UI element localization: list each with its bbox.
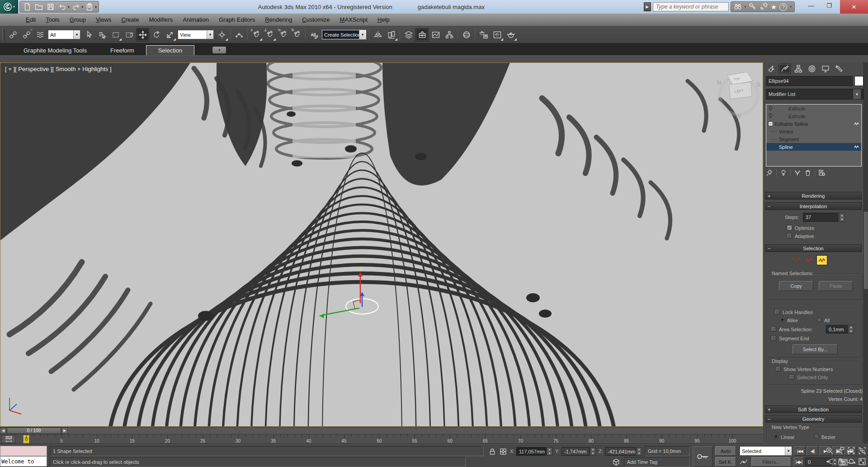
render-setup-icon[interactable] bbox=[477, 28, 490, 41]
lock-handles-checkbox[interactable] bbox=[774, 309, 780, 315]
add-time-tag[interactable]: Add Time Tag bbox=[624, 457, 690, 467]
graphite-modeling-tools-toggle-icon[interactable] bbox=[415, 28, 429, 41]
named-selection-sets-dropdown[interactable]: Create Selection S▾ bbox=[322, 30, 366, 39]
tab-create-icon[interactable] bbox=[765, 64, 777, 74]
snaps-toggle-icon[interactable]: 3◢ bbox=[250, 28, 263, 41]
alike-radio[interactable] bbox=[780, 317, 785, 322]
material-editor-icon[interactable] bbox=[460, 28, 473, 41]
key-mode-toggle[interactable]: |◀▶| bbox=[794, 457, 804, 467]
segment-end-checkbox[interactable] bbox=[771, 335, 776, 341]
project-toolbar-button[interactable] bbox=[84, 2, 95, 12]
open-mini-curve-editor-icon[interactable] bbox=[1, 435, 16, 443]
stack-item-extrude[interactable]: Extrude bbox=[766, 112, 861, 120]
area-selection-field[interactable]: 0,1mm bbox=[826, 325, 848, 334]
pin-stack-icon[interactable] bbox=[766, 169, 773, 176]
minimize-button[interactable]: — bbox=[802, 0, 820, 11]
modifier-list-dropdown[interactable]: Modifier List ▾ bbox=[766, 89, 863, 100]
tab-selection[interactable]: Selection bbox=[146, 45, 194, 55]
go-to-start-button[interactable]: |◀◀ bbox=[794, 446, 806, 456]
make-unique-icon[interactable] bbox=[794, 169, 801, 176]
menu-customize[interactable]: Customize bbox=[297, 14, 335, 26]
y-coordinate-field[interactable]: -1,747mm bbox=[561, 447, 590, 456]
stack-item-extrude[interactable]: Extrude bbox=[766, 105, 861, 112]
maxscript-mini-listener-macro[interactable] bbox=[0, 446, 47, 456]
schematic-view-icon[interactable] bbox=[443, 28, 456, 41]
select-and-move-icon[interactable] bbox=[136, 28, 149, 41]
help-icon[interactable]: ? bbox=[779, 3, 787, 11]
maxscript-mini-listener[interactable]: Welcome to bbox=[0, 456, 47, 467]
auto-key-button[interactable]: Auto bbox=[715, 446, 736, 456]
area-selection-checkbox[interactable] bbox=[771, 326, 776, 332]
absolute-mode-icon[interactable] bbox=[499, 448, 507, 456]
time-slider-handle[interactable]: 0 / 100 bbox=[7, 428, 61, 434]
tab-motion-icon[interactable] bbox=[806, 64, 818, 74]
tab-display-icon[interactable] bbox=[819, 64, 831, 74]
select-and-manipulate-icon[interactable] bbox=[232, 28, 245, 41]
menu-views[interactable]: Views bbox=[91, 14, 116, 26]
menu-modifiers[interactable]: Modifiers bbox=[144, 14, 178, 26]
menu-rendering[interactable]: Rendering bbox=[260, 14, 297, 26]
open-file-button[interactable] bbox=[33, 2, 44, 12]
search-icon[interactable] bbox=[734, 3, 742, 11]
menu-edit[interactable]: Edit bbox=[21, 14, 41, 26]
rollout-interpolation[interactable]: −Interpolation bbox=[765, 202, 862, 210]
bezier-radio[interactable] bbox=[814, 434, 819, 439]
rendered-frame-window-icon[interactable]: ◢ bbox=[491, 28, 504, 41]
tab-hierarchy-icon[interactable] bbox=[792, 64, 804, 74]
object-color-swatch[interactable] bbox=[854, 76, 863, 86]
menu-help[interactable]: Help bbox=[373, 14, 395, 26]
linear-radio[interactable] bbox=[774, 434, 778, 439]
redo-dropdown[interactable]: ▾ bbox=[81, 5, 83, 9]
rollout-geometry[interactable]: −Geometry bbox=[765, 415, 862, 423]
field-of-view-icon[interactable] bbox=[826, 457, 834, 466]
menu-maxscript[interactable]: MAXScript bbox=[335, 14, 373, 26]
selection-lock-icon[interactable] bbox=[488, 448, 496, 456]
new-scene-button[interactable] bbox=[22, 2, 33, 12]
x-coordinate-field[interactable]: 117,057mm bbox=[516, 447, 546, 456]
search-input[interactable]: Type a keyword or phrase bbox=[653, 2, 729, 11]
segment-subobject-icon[interactable] bbox=[804, 256, 814, 265]
favorites-star-icon[interactable]: ★ bbox=[770, 3, 777, 11]
key-filters-button[interactable]: Filters... bbox=[751, 457, 791, 467]
y-spinner[interactable]: ▲▼ bbox=[590, 447, 596, 456]
zoom-extents-all-icon[interactable] bbox=[858, 447, 866, 455]
default-tangent-icon[interactable] bbox=[740, 458, 748, 466]
window-crossing-icon[interactable] bbox=[123, 28, 136, 41]
save-file-button[interactable] bbox=[45, 2, 56, 12]
select-and-link-icon[interactable] bbox=[6, 28, 19, 41]
viewport-label[interactable]: [ + ][ Perspective ][ Smooth + Highlight… bbox=[5, 66, 112, 72]
selected-only-checkbox[interactable] bbox=[789, 374, 794, 380]
zoom-extents-icon[interactable] bbox=[847, 447, 855, 455]
rectangular-selection-region-icon[interactable]: ◢ bbox=[109, 28, 122, 41]
menu-create[interactable]: Create bbox=[116, 14, 144, 26]
infocenter-expand-button[interactable]: ▶ bbox=[644, 2, 651, 11]
ribbon-minimize-button[interactable]: ▼ bbox=[212, 47, 226, 53]
manage-layers-icon[interactable] bbox=[402, 28, 415, 41]
adaptive-checkbox[interactable] bbox=[787, 233, 792, 238]
use-pivot-point-center-icon[interactable]: ◢ bbox=[215, 28, 228, 41]
remove-modifier-icon[interactable] bbox=[804, 169, 811, 176]
stack-item-segment[interactable]: Segment bbox=[766, 135, 861, 143]
zoom-icon[interactable] bbox=[826, 447, 834, 455]
select-and-scale-icon[interactable]: ◢ bbox=[163, 28, 176, 41]
tab-utilities-icon[interactable] bbox=[833, 64, 845, 74]
show-end-result-icon[interactable] bbox=[780, 169, 787, 176]
angle-snap-toggle-icon[interactable]: ∠◢ bbox=[263, 28, 276, 41]
next-frame-arrow[interactable]: ▶ bbox=[61, 428, 68, 434]
set-key-button[interactable]: Set K. bbox=[715, 457, 736, 467]
mirror-icon[interactable] bbox=[371, 28, 384, 41]
tab-freeform[interactable]: Freeform bbox=[99, 45, 146, 55]
maximize-viewport-icon[interactable] bbox=[858, 457, 866, 466]
set-keys-button[interactable] bbox=[693, 446, 712, 467]
previous-frame-button[interactable]: ◀|| bbox=[807, 446, 818, 456]
paste-button[interactable]: Paste bbox=[819, 281, 853, 291]
copy-button[interactable]: Copy bbox=[779, 281, 813, 291]
edit-named-selection-sets-icon[interactable] bbox=[307, 28, 321, 41]
percent-snap-toggle-icon[interactable]: % bbox=[277, 28, 290, 41]
undo-button[interactable] bbox=[57, 2, 68, 12]
viewport-canvas[interactable]: x [ + ][ Perspective ][ Smooth + Highlig… bbox=[0, 63, 763, 426]
toolbar-grip[interactable] bbox=[2, 29, 5, 41]
command-panel-scrollbar[interactable] bbox=[863, 62, 868, 444]
spline-subobject-icon[interactable] bbox=[816, 255, 827, 265]
qat-customize-dropdown[interactable]: ▾ bbox=[95, 5, 97, 9]
